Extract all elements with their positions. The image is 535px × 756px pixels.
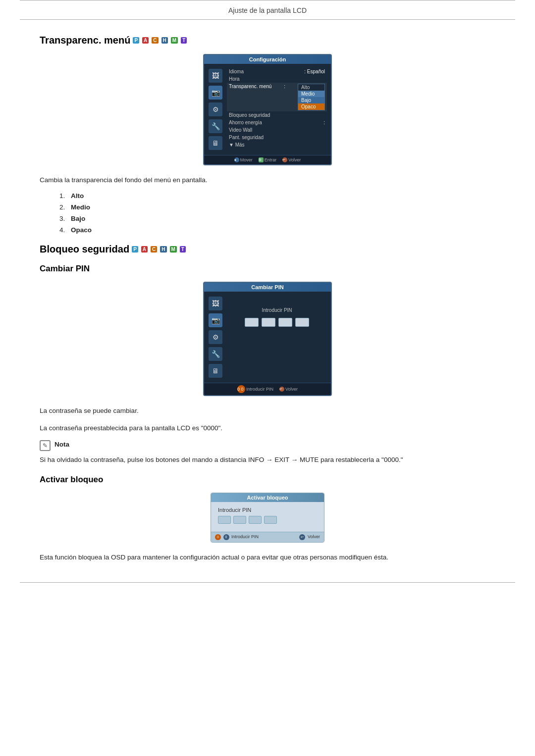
osd-activar-bloqueo: Activar bloqueo Introducir PIN 0 0 Intro… (211, 493, 324, 543)
section-title-bloqueo: Bloqueo seguridad P A C H M T (40, 244, 495, 255)
cambiar-center: Introducir PIN (225, 296, 329, 379)
list-num-3: 3. (59, 215, 65, 222)
pin-fields-cambiar (245, 318, 309, 327)
osd-icon-display: 🖥 (209, 136, 222, 150)
nota-box: ✎ Nota (40, 440, 495, 451)
osd-body-activar: Introducir PIN (211, 502, 324, 532)
cambiar-icon-1: 🖼 (209, 297, 222, 310)
pin-field-3 (278, 318, 292, 327)
osd-icon-tools: 🔧 (209, 119, 222, 133)
osd-icon-settings: ⚙ (209, 102, 222, 116)
osd-titlebar-cambiar: Cambiar PIN (204, 283, 331, 292)
nota-label: Nota (54, 441, 69, 448)
page-title: Ajuste de la pantalla LCD (0, 0, 535, 19)
dropdown-medio: Medio (298, 91, 324, 97)
footer-entrar: ⊞ Entrar (259, 157, 277, 162)
activar-pin-2 (233, 516, 246, 524)
osd-footer-transparenc: ● Mover ⊞ Entrar ↩ Volver (204, 155, 331, 164)
osd-titlebar-configuracion: Configuración (204, 55, 331, 64)
cambiar-pin-label: Introducir PIN (262, 307, 292, 313)
dropdown-transparenc: Alto Medio Bajo Opaco (298, 84, 325, 110)
section-title-text: Transparenc. menú (40, 35, 130, 46)
footer-icon-pin: 0 0 (237, 385, 245, 393)
pin-field-4 (295, 318, 309, 327)
nota-icon: ✎ (40, 440, 51, 451)
cambiar-icon-2: 📷 (209, 313, 222, 327)
bloqueo-badge-m: M (170, 246, 177, 252)
list-item-4: 4. Opaco (59, 226, 495, 234)
bloqueo-badge-p: P (132, 246, 138, 252)
pin-fields-activar (218, 516, 317, 524)
badge-m: M (171, 37, 178, 44)
osd-cambiar-container: Cambiar PIN 🖼 📷 ⚙ 🔧 🖥 Introducir PIN (40, 282, 495, 396)
list-num-1: 1. (59, 192, 65, 200)
dropdown-bajo: Bajo (298, 97, 324, 103)
osd-titlebar-activar: Activar bloqueo (211, 493, 324, 502)
list-item-3: 3. Bajo (59, 215, 495, 222)
menu-item-idioma: Idioma : Español (227, 68, 327, 75)
footer-activar-pin: 0 0 Introducir PIN (215, 534, 259, 540)
list-val-alto: Alto (71, 192, 84, 200)
badge-c: C (152, 37, 158, 44)
osd-body-cambiar: 🖼 📷 ⚙ 🔧 🖥 Introducir PIN (204, 292, 331, 383)
pin-field-2 (262, 318, 275, 327)
osd-sidebar: 🖼 📷 ⚙ 🔧 🖥 (206, 68, 225, 151)
badge-h: H (161, 37, 168, 44)
osd-body: 🖼 📷 ⚙ 🔧 🖥 Idioma : Español Hora (204, 64, 331, 155)
activar-pin-4 (264, 516, 277, 524)
footer-icon-activar-pin2: 0 (223, 534, 229, 540)
footer-icon-mover: ● (234, 157, 239, 162)
menu-item-hora: Hora (227, 75, 327, 83)
footer-volver: ↩ Volver (282, 157, 301, 162)
osd-transparenc-container: Configuración 🖼 📷 ⚙ 🔧 🖥 Idioma : Español (40, 54, 495, 165)
badge-p: P (133, 37, 139, 44)
menu-item-ahorro: Ahorro energía : (227, 119, 327, 126)
osd-cambiar-pin: Cambiar PIN 🖼 📷 ⚙ 🔧 🖥 Introducir PIN (203, 282, 332, 396)
transparenc-description: Cambia la transparencia del fondo del me… (40, 175, 495, 185)
osd-icon-image: 🖼 (209, 69, 222, 83)
list-val-opaco: Opaco (71, 226, 92, 234)
cambiar-desc1: La contraseña se puede cambiar. (40, 406, 495, 416)
section-title-transparenc: Transparenc. menú P A C H M T (40, 35, 495, 46)
footer-mover: ● Mover (234, 157, 253, 162)
bloqueo-badge-c: C (151, 246, 157, 252)
dropdown-opaco: Opaco (298, 103, 324, 110)
osd-footer-activar: 0 0 Introducir PIN ↩ Volver (211, 532, 324, 542)
list-val-medio: Medio (71, 203, 90, 211)
bloqueo-badge-t: T (180, 246, 186, 252)
footer-icon-cambiar-volver: ↩ (279, 387, 284, 392)
dropdown-alto: Alto (298, 84, 324, 91)
activar-pin-1 (218, 516, 231, 524)
activar-pin-label: Introducir PIN (218, 507, 317, 513)
list-num-2: 2. (59, 203, 65, 211)
activar-pin-3 (249, 516, 262, 524)
badge-a: A (142, 37, 149, 44)
transparenc-list: 1. Alto 2. Medio 3. Bajo 4. Opaco (59, 192, 495, 234)
activar-desc: Esta función bloquea la OSD para mantene… (40, 553, 495, 562)
osd-transparenc: Configuración 🖼 📷 ⚙ 🔧 🖥 Idioma : Español (203, 54, 332, 165)
cambiar-sidebar: 🖼 📷 ⚙ 🔧 🖥 (206, 296, 225, 379)
cambiar-desc2: La contraseña preestablecida para la pan… (40, 423, 495, 433)
menu-item-bloqueo: Bloqueo seguridad (227, 111, 327, 119)
cambiar-icon-4: 🔧 (209, 347, 222, 361)
menu-item-pant: Pant. seguridad (227, 134, 327, 141)
activar-bloqueo-title: Activar bloqueo (40, 475, 495, 485)
cambiar-icon-5: 🖥 (209, 364, 222, 378)
osd-activar-container: Activar bloqueo Introducir PIN 0 0 Intro… (40, 493, 495, 543)
osd-menu: Idioma : Español Hora Transparenc. menú … (225, 68, 329, 151)
list-num-4: 4. (59, 226, 65, 234)
cambiar-icon-3: ⚙ (209, 330, 222, 344)
osd-footer-cambiar: 0 0 Introducir PIN ↩ Volver (204, 383, 331, 395)
footer-icon-entrar: ⊞ (259, 157, 264, 162)
footer-cambiar-volver: ↩ Volver (279, 385, 298, 393)
badge-t: T (181, 37, 187, 44)
footer-activar-volver: ↩ Volver (299, 534, 320, 540)
menu-item-transparenc: Transparenc. menú : Alto Medio Bajo Opac… (227, 83, 327, 111)
footer-icon-activar-volver: ↩ (299, 534, 305, 540)
footer-cambiar-pin: 0 0 Introducir PIN (237, 385, 273, 393)
footer-icon-activar-pin1: 0 (215, 534, 221, 540)
footer-icon-volver: ↩ (282, 157, 287, 162)
bloqueo-badge-a: A (141, 246, 148, 252)
osd-icon-photo: 📷 (209, 86, 222, 100)
list-val-bajo: Bajo (71, 215, 85, 222)
